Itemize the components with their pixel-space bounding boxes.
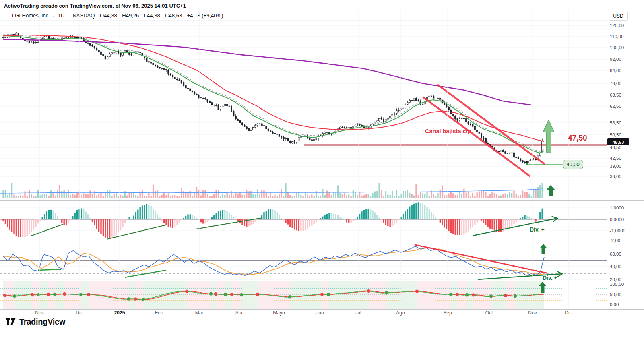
price-tick-label: 50,50 bbox=[610, 132, 621, 138]
time-axis-label: Ago bbox=[396, 310, 405, 316]
currency-badge[interactable]: USD bbox=[609, 12, 628, 21]
time-axis-label: Jun bbox=[316, 310, 324, 316]
support-level-label[interactable]: 47,50 bbox=[568, 134, 587, 143]
stoch-tick-label: 100,00 bbox=[610, 281, 624, 287]
time-axis-label: Feb bbox=[155, 310, 163, 316]
price-tick-label: 62,50 bbox=[610, 103, 621, 109]
macd-tick-label: 1,0000 bbox=[610, 205, 624, 211]
price-tick-label: 56,50 bbox=[610, 120, 621, 126]
time-axis-label: Dic bbox=[76, 310, 83, 316]
macd-tick-label: -1,0000 bbox=[610, 228, 625, 234]
price-tick-label: 46,50 bbox=[610, 145, 621, 150]
stoch-tick-label: 0,00 bbox=[610, 302, 619, 307]
tradingview-logo-icon bbox=[6, 317, 16, 327]
macd-tick-label: -2,00 bbox=[610, 238, 620, 243]
price-tick-label: 76,00 bbox=[610, 81, 621, 86]
target-price-badge[interactable]: 40,00 bbox=[563, 160, 583, 169]
tradingview-chart-page: ActivoTrading creado con TradingView.com… bbox=[0, 0, 644, 339]
price-tick-label: 68,50 bbox=[610, 92, 621, 98]
rsi-tick-label: 40,00 bbox=[610, 264, 621, 269]
time-axis-label: Oct bbox=[485, 310, 493, 316]
macd-divergence-label[interactable]: Div. + bbox=[530, 226, 545, 233]
channel-annotation-label[interactable]: Canal bajista c/p bbox=[425, 128, 471, 134]
time-axis-label: Mar bbox=[195, 310, 204, 316]
price-tick-label: 42,50 bbox=[610, 155, 621, 161]
stoch-tick-label: 50,00 bbox=[610, 291, 621, 297]
time-axis-label: Nov bbox=[35, 310, 43, 316]
time-axis-label: Sep bbox=[443, 310, 452, 316]
price-tick-label: 36,00 bbox=[610, 174, 621, 179]
price-tick-label: 100,00 bbox=[610, 45, 624, 50]
time-axis-label: Dic bbox=[565, 310, 572, 316]
macd-tick-label: 0,0000 bbox=[610, 217, 624, 222]
chart-canvas[interactable] bbox=[0, 0, 644, 339]
price-tick-label: 39,00 bbox=[610, 163, 621, 169]
time-axis-label: Nov bbox=[528, 310, 537, 316]
time-axis-label: 2025 bbox=[114, 310, 125, 316]
tradingview-logo-text: TradingView bbox=[19, 317, 65, 327]
price-tick-label: 84,00 bbox=[610, 68, 621, 73]
price-tick-label: 120,00 bbox=[610, 23, 624, 28]
rsi-tick-label: 60,00 bbox=[610, 251, 621, 257]
time-axis-label: Jul bbox=[355, 310, 361, 316]
price-tick-label: 110,00 bbox=[610, 34, 623, 39]
last-price-badge: 48,63 bbox=[607, 138, 629, 145]
rsi-divergence-label[interactable]: Div. + bbox=[543, 275, 557, 281]
time-axis-label: Mayo bbox=[273, 310, 285, 316]
price-tick-label: 92,00 bbox=[610, 56, 621, 62]
time-axis-label: Abr bbox=[235, 310, 243, 316]
tradingview-branding[interactable]: TradingView bbox=[6, 317, 65, 327]
